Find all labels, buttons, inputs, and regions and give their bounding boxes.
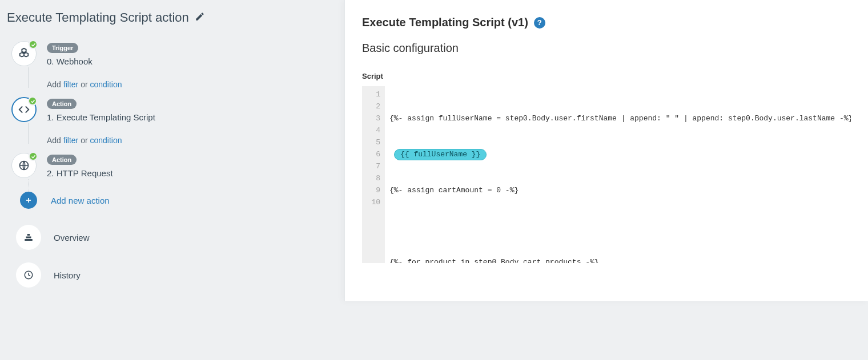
edit-title-icon[interactable] — [195, 11, 205, 24]
status-ok-icon — [28, 96, 37, 106]
add-action-button[interactable] — [20, 192, 37, 209]
step-badge: Action — [47, 155, 77, 165]
variable-pill-fullusername[interactable]: {{ fullUserName }} — [394, 149, 487, 160]
step-circle-2[interactable] — [11, 153, 37, 178]
globe-icon — [18, 160, 30, 171]
help-icon[interactable]: ? — [534, 17, 545, 29]
status-ok-icon — [29, 152, 38, 161]
history-label[interactable]: History — [54, 270, 81, 280]
overview-label[interactable]: Overview — [54, 233, 90, 242]
workflow-step-1[interactable]: Action 1. Execute Templating Script — [11, 97, 333, 131]
code-icon — [18, 103, 30, 116]
cubes-icon — [18, 47, 30, 60]
overview-icon — [23, 232, 34, 242]
code-body[interactable]: {%- assign fullUserName = step0.Body.use… — [385, 86, 851, 263]
add-condition-link[interactable]: condition — [90, 136, 122, 145]
workflow-step-0[interactable]: Trigger 0. Webhook — [11, 41, 333, 75]
right-panel: Execute Templating Script (v1) ? Basic c… — [344, 0, 868, 301]
left-panel: Execute Templating Script action Trigger… — [0, 0, 344, 360]
step-label: 1. Execute Templating Script — [47, 112, 155, 122]
page-title: Execute Templating Script action — [7, 10, 189, 25]
code-line-1: {%- assign fullUserName = step0.Body.use… — [389, 112, 851, 124]
add-action-label[interactable]: Add new action — [51, 196, 110, 205]
svg-rect-4 — [26, 237, 31, 238]
script-code-editor[interactable]: 1 2 3 4 5 6 7 8 9 10 {%- assign fullUser… — [362, 86, 851, 263]
overview-button[interactable] — [16, 225, 41, 250]
script-field-label: Script — [362, 72, 851, 80]
code-line-3: {%- assign cartAmount = 0 -%} — [389, 184, 519, 196]
svg-rect-3 — [27, 234, 30, 236]
add-filter-link[interactable]: filter — [63, 136, 78, 145]
filter-row-1: Add filter or condition — [11, 131, 333, 153]
detail-title: Execute Templating Script (v1) — [362, 16, 528, 29]
history-button[interactable] — [16, 262, 41, 288]
section-heading: Basic configuration — [362, 42, 851, 55]
step-circle-0[interactable] — [11, 41, 37, 66]
workflow-step-2[interactable]: Action 2. HTTP Request — [11, 153, 333, 183]
svg-rect-5 — [25, 239, 33, 241]
add-filter-link[interactable]: filter — [63, 80, 78, 89]
step-label: 0. Webhook — [47, 56, 93, 66]
status-ok-icon — [29, 40, 38, 49]
step-badge: Action — [47, 99, 77, 109]
step-circle-1[interactable] — [11, 97, 37, 122]
step-badge: Trigger — [47, 43, 78, 53]
line-number-gutter: 1 2 3 4 5 6 7 8 9 10 — [362, 86, 385, 263]
filter-row-0: Add filter or condition — [11, 75, 333, 97]
history-icon — [23, 270, 34, 280]
code-line-5: {%- for product in step0.Body.cart.produ… — [389, 256, 599, 263]
step-label: 2. HTTP Request — [47, 168, 113, 178]
add-condition-link[interactable]: condition — [90, 80, 122, 89]
plus-icon — [25, 196, 33, 204]
